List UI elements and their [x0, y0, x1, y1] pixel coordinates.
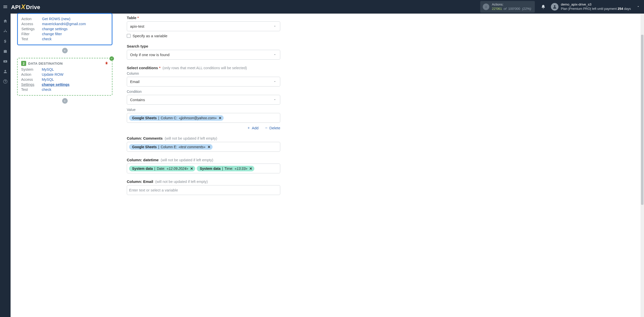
bell-icon: [541, 5, 546, 9]
actions-limit: 100'000: [508, 7, 520, 11]
svg-rect-2: [486, 6, 486, 6]
actions-label: Actions:: [492, 3, 531, 7]
actions-of: of: [504, 7, 506, 11]
info-icon: [483, 4, 489, 10]
source-card[interactable]: ActionGet ROWS (new)Accessmaverickandrii…: [17, 13, 112, 14]
logo-text-api: API: [11, 4, 21, 11]
user-text: demo_apix-drive_s3 Plan |Premium PRO| le…: [561, 3, 631, 11]
user-icon: [552, 5, 557, 9]
actions-indicator[interactable]: Actions: 22'061 of 100'000 (22%): [480, 1, 535, 12]
actions-pct: (22%): [522, 7, 531, 11]
chevron-down-icon: [636, 5, 640, 9]
hamburger-icon: [3, 4, 8, 9]
svg-rect-1: [486, 7, 486, 8]
plan-days: 254: [618, 7, 623, 11]
user-menu[interactable]: demo_apix-drive_s3 Plan |Premium PRO| le…: [551, 3, 641, 11]
menu-button[interactable]: [2, 3, 9, 11]
avatar: [551, 3, 558, 11]
svg-point-3: [554, 5, 555, 7]
plan-suffix: days: [623, 7, 631, 11]
actions-count: 22'061: [492, 7, 502, 11]
actions-text: Actions: 22'061 of 100'000 (22%): [492, 3, 531, 11]
logo-text-drive: Drive: [26, 4, 40, 11]
logo-text-x: X: [21, 3, 26, 11]
topbar: API X Drive Actions: 22'061 of 100'000 (…: [0, 0, 644, 14]
user-name: demo_apix-drive_s3: [561, 3, 631, 7]
notifications-button[interactable]: [539, 3, 547, 11]
logo[interactable]: API X Drive: [11, 3, 40, 11]
plan-prefix: Plan |Premium PRO| left until payment: [561, 7, 618, 11]
